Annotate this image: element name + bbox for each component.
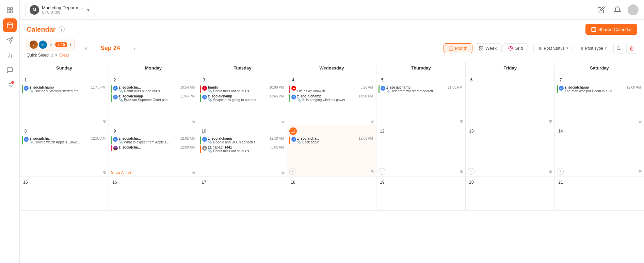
add-post-icon[interactable]: ⊕	[549, 119, 552, 124]
clear-filter-link[interactable]: Clear	[59, 53, 69, 58]
grid-view-button[interactable]: Grid	[503, 43, 528, 53]
cell-bottom: ⊕	[557, 117, 642, 124]
export-icon[interactable]: ⊕	[370, 169, 374, 174]
add-post-button[interactable]: +	[289, 168, 296, 175]
add-post-icon[interactable]: ⊕	[638, 119, 642, 124]
svg-point-31	[509, 46, 513, 50]
filter-clear-icon[interactable]: ✕	[49, 42, 53, 47]
shared-calendar-button[interactable]: Shared Calendar	[585, 24, 637, 35]
svg-point-45	[617, 46, 620, 49]
sidebar-icon-analytics[interactable]	[3, 48, 17, 62]
day-number-20: 20	[468, 179, 475, 186]
add-post-icon[interactable]: ⊕	[103, 170, 107, 175]
post-entry[interactable]: G z_socialcha... 12:06 AM 📎 Back again	[289, 136, 374, 144]
week-view-button[interactable]: Week	[474, 43, 502, 53]
post-text: 📎 Telegram will start moderati...	[386, 89, 462, 93]
show-all-link[interactable]: Show All (3)	[111, 170, 131, 174]
sidebar-icon-audio[interactable]	[3, 78, 17, 92]
attach-icon: 📎	[119, 98, 123, 102]
next-month-button[interactable]: ›	[130, 44, 139, 53]
post-time: 12:00 AM	[627, 86, 641, 89]
add-post-icon[interactable]: ⊕	[370, 119, 374, 124]
post-text: 📎 Donut miss out on our s...	[208, 89, 284, 93]
add-post-icon[interactable]: ⊕	[103, 119, 107, 124]
post-entry[interactable]: G z_socialchamp 12:10 AM 📎 Google and DO…	[200, 136, 285, 144]
export-icon[interactable]: ⊕	[549, 169, 552, 174]
post-entry[interactable]: 📷 z_socialcha... 12:09 AM	[111, 145, 196, 151]
post-entry[interactable]: ▶ 3:28 AM Life as we know it!	[289, 85, 374, 93]
add-post-icon[interactable]: ⊕	[281, 170, 285, 175]
post-entry[interactable]: G z_socialcha... 10:54 AM 📎 Donut miss o…	[111, 85, 196, 93]
post-text: 📎 Ki is bringing wireless power...	[297, 98, 373, 102]
export-icon[interactable]: ⊕	[460, 169, 463, 174]
post-user: z_socialchamp	[565, 86, 589, 89]
filter-count-badge[interactable]: + 10	[55, 42, 67, 47]
post-entry[interactable]: G z_socialchamp 11:45 PM 📎 Boeing's Star…	[22, 85, 107, 93]
post-network-icon: G	[291, 137, 296, 142]
post-entry[interactable]: P bands 10:09 PM 📎 Donut miss out on our…	[200, 85, 285, 93]
post-entry[interactable]: G z_socialcha... 12:05 AM 📎 What to expe…	[111, 136, 196, 144]
svg-rect-30	[482, 49, 483, 50]
post-text: Life as we know it!	[297, 89, 373, 93]
day-cell-14: 14 + ⊕	[555, 125, 644, 176]
sidebar-icon-dashboard[interactable]	[3, 3, 17, 17]
compose-icon[interactable]	[595, 4, 607, 16]
day-number-9: 9	[111, 127, 118, 135]
export-icon[interactable]: ⊕	[638, 169, 642, 174]
post-time: 11:45 PM	[180, 94, 195, 98]
post-status-dropdown[interactable]: Post Status ▾	[533, 44, 573, 53]
post-entry[interactable]: G z_socialchamp 11:45 PM 📎 Snapchat is g…	[200, 94, 285, 102]
day-number-13: 13	[468, 127, 475, 135]
post-entry[interactable]: G z_socialchamp 12:00 AM The man who put…	[557, 85, 642, 93]
add-post-icon[interactable]: ⊕	[192, 119, 196, 124]
post-entry[interactable]: G z_socialchamp 11:45 PM 📎 Brazilian Sup…	[111, 94, 196, 102]
add-post-button[interactable]: +	[468, 168, 474, 175]
notification-icon[interactable]	[611, 4, 624, 16]
svg-rect-23	[449, 47, 453, 50]
add-post-icon[interactable]: ⊕	[281, 119, 285, 124]
post-entry[interactable]: G z_socialchamp 11:50 PM 📎 Ki is bringin…	[289, 94, 374, 102]
month-view-button[interactable]: Month	[444, 43, 472, 53]
post-entry[interactable]: G z_socialcha... 12:05 AM 📎 How to watch…	[22, 136, 107, 144]
org-dropdown-icon: ▼	[86, 7, 91, 13]
svg-rect-3	[10, 11, 12, 13]
trash-button[interactable]	[626, 43, 637, 54]
post-time: 10:54 AM	[180, 86, 195, 89]
post-info: z_socialchamp 11:45 PM 📎 Boeing's Starli…	[30, 86, 106, 93]
post-entry[interactable]: ◉ zainabadil1441 6:05 AM 📎 Donut miss ou…	[200, 145, 285, 153]
add-post-button[interactable]: +	[557, 168, 564, 175]
add-post-icon[interactable]: ⊕	[192, 170, 196, 175]
post-text: 📎 Back again	[297, 140, 373, 144]
day-number-2: 2	[111, 76, 118, 84]
post-entry[interactable]: G z_socialchamp 11:55 PM 📎 Telegram will…	[379, 85, 463, 93]
post-text: 📎 Google and DOJ's ad tech fi...	[208, 140, 284, 144]
search-button[interactable]	[613, 43, 624, 54]
add-post-icon[interactable]: ⊕	[460, 119, 463, 124]
post-info: 3:28 AM Life as we know it!	[297, 86, 373, 93]
help-icon[interactable]: ?	[59, 26, 65, 32]
user-avatar[interactable]	[628, 4, 639, 15]
sidebar-icon-chat[interactable]	[3, 63, 17, 77]
quick-select-info-icon[interactable]: ℹ	[51, 53, 53, 58]
calendar-grid: Sunday Monday Tuesday Wednesday Thursday…	[20, 62, 644, 263]
post-time: 12:10 AM	[270, 137, 284, 140]
post-user: z_socialchamp	[208, 94, 232, 98]
sidebar-icon-send[interactable]	[3, 33, 17, 47]
cell-bottom: ⊕	[289, 117, 374, 124]
day-number-11: 11	[289, 127, 297, 135]
attach-icon: 📎	[119, 89, 123, 93]
post-type-dropdown[interactable]: Post Type ▾	[575, 44, 611, 53]
attach-icon: 📎	[208, 98, 212, 102]
post-network-icon: ◉	[202, 146, 207, 151]
filter-dropdown-arrow[interactable]: ▾	[69, 42, 71, 47]
post-network-icon: ▶	[291, 86, 296, 91]
prev-month-button[interactable]: ‹	[81, 44, 91, 53]
sidebar-icon-calendar[interactable]	[3, 18, 17, 32]
org-avatar: M	[30, 5, 39, 15]
post-info: zainabadil1441 6:05 AM 📎 Donut miss out …	[208, 145, 284, 153]
day-number-5: 5	[379, 76, 386, 84]
cell-bottom: + ⊕	[379, 167, 463, 175]
calendar-controls: z in ✕ + 10 ▾ Quick Select ℹ ▾ Clear	[27, 39, 637, 58]
add-post-button[interactable]: +	[379, 168, 385, 175]
org-selector[interactable]: M Marketing Departm... UTC-07:00 ▼	[25, 3, 95, 17]
